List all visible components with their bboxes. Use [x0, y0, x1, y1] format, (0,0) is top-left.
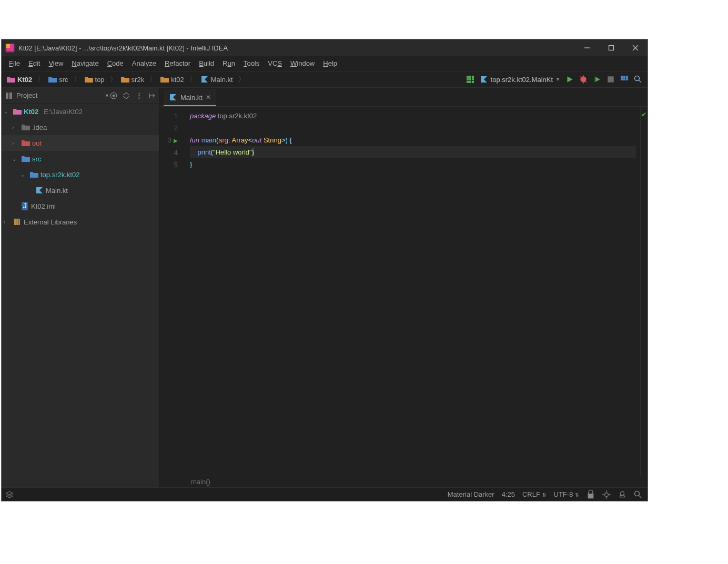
folder-source-icon — [22, 155, 30, 163]
code-content[interactable]: package top.sr2k.kt02 fun main(arg: Arra… — [186, 107, 640, 476]
menu-navigate[interactable]: Navigate — [67, 56, 103, 71]
svg-rect-15 — [472, 81, 474, 83]
svg-rect-20 — [608, 76, 613, 82]
tree-label: Kt02.iml — [31, 202, 56, 210]
tree-node-out[interactable]: › out — [2, 135, 159, 151]
close-button[interactable] — [623, 39, 648, 56]
grid-icon[interactable] — [466, 75, 474, 84]
run-icon[interactable] — [565, 75, 574, 84]
tree-node-idea[interactable]: › .idea — [2, 119, 159, 135]
svg-rect-23 — [626, 76, 628, 78]
menu-vcs[interactable]: VCS — [264, 56, 286, 71]
coverage-icon[interactable] — [593, 75, 601, 84]
tree-node-iml[interactable]: J Kt02.iml — [2, 198, 159, 214]
svg-rect-25 — [623, 78, 625, 80]
menu-help[interactable]: Help — [319, 56, 341, 71]
stop-icon[interactable] — [606, 75, 615, 84]
layers-icon[interactable] — [5, 490, 14, 499]
svg-rect-33 — [14, 219, 16, 225]
breadcrumbs: Kt02 〉 src 〉 top 〉 sr2k 〉 kt02 〉 — [5, 75, 466, 84]
tree-node-package[interactable]: ⌄ top.sr2k.kt02 — [2, 167, 159, 182]
folder-excluded-icon — [22, 139, 30, 147]
target-icon[interactable] — [109, 91, 118, 100]
run-config-selector[interactable]: top.sr2k.kt02.MainKt ▼ — [480, 75, 560, 84]
kotlin-file-icon — [35, 186, 44, 194]
chevron-down-icon: ⌄ — [12, 156, 19, 162]
status-encoding[interactable]: UTF-8 ⇅ — [554, 490, 579, 498]
svg-rect-35 — [18, 219, 20, 225]
crumb-kt02[interactable]: kt02 〉 — [158, 75, 198, 84]
crumb-label: Main.kt — [211, 76, 233, 84]
library-icon — [13, 218, 22, 226]
svg-rect-9 — [472, 76, 474, 78]
menu-window[interactable]: Window — [286, 56, 319, 71]
crumb-src[interactable]: src 〉 — [46, 75, 82, 84]
folder-icon — [22, 123, 30, 131]
folder-module-icon — [13, 107, 22, 116]
chevron-right-icon: › — [4, 219, 11, 225]
editor-tab[interactable]: Main.kt ✕ — [164, 89, 216, 106]
tree-label: src — [32, 155, 41, 163]
lock-icon[interactable] — [587, 490, 595, 499]
editor-breadcrumb[interactable]: main() — [159, 476, 648, 487]
run-gutter-icon[interactable]: ▶ — [174, 135, 178, 147]
status-theme[interactable]: Material Darker — [448, 490, 494, 498]
menu-build[interactable]: Build — [195, 56, 218, 71]
close-tab-icon[interactable]: ✕ — [206, 94, 211, 101]
maximize-button[interactable] — [599, 39, 623, 56]
toolbar-right: top.sr2k.kt02.MainKt ▼ — [466, 75, 644, 84]
menu-refactor[interactable]: Refactor — [160, 56, 195, 71]
menu-analyze[interactable]: Analyze — [128, 56, 160, 71]
code-editor[interactable]: 1 2 3▶ 4 5 package top.sr2k.kt02 fun mai… — [159, 107, 648, 476]
svg-rect-26 — [626, 78, 628, 80]
status-cursor-position[interactable]: 4:25 — [502, 490, 515, 498]
tab-label: Main.kt — [180, 94, 203, 101]
crumb-project[interactable]: Kt02 〉 — [5, 75, 46, 84]
svg-rect-11 — [469, 78, 471, 80]
menu-edit[interactable]: Edit — [24, 56, 44, 71]
folder-package-icon — [85, 75, 93, 84]
kotlin-file-icon — [169, 93, 177, 101]
crumb-top[interactable]: top 〉 — [83, 75, 119, 84]
layout-icon[interactable] — [620, 75, 629, 84]
debug-icon[interactable] — [579, 75, 588, 84]
notifications-icon[interactable] — [618, 490, 626, 499]
collapse-icon[interactable] — [122, 91, 130, 100]
options-icon[interactable]: ⋮ — [135, 91, 143, 100]
status-eol[interactable]: CRLF ⇅ — [522, 490, 547, 498]
menu-tools[interactable]: Tools — [239, 56, 264, 71]
crumb-label: Kt02 — [17, 76, 32, 84]
search-icon[interactable] — [634, 75, 642, 84]
svg-rect-22 — [623, 76, 625, 78]
chevron-right-icon: › — [12, 125, 19, 130]
zoom-icon[interactable] — [634, 490, 642, 499]
menu-code[interactable]: Code — [103, 56, 128, 71]
crumb-label: sr2k — [132, 76, 145, 84]
tree-node-src[interactable]: ⌄ src — [2, 151, 159, 167]
crumb-sr2k[interactable]: sr2k 〉 — [119, 75, 159, 84]
project-tool-window: Project ▼ ⋮ ⌄ Kt02 E:\Java\Kt02 — [2, 88, 159, 487]
project-tree[interactable]: ⌄ Kt02 E:\Java\Kt02 › .idea › out ⌄ — [2, 104, 159, 487]
svg-rect-7 — [467, 76, 469, 78]
kotlin-file-icon — [200, 75, 209, 84]
line-number: 4 — [159, 147, 178, 159]
menu-run[interactable]: Run — [218, 56, 239, 71]
tree-node-root[interactable]: ⌄ Kt02 E:\Java\Kt02 — [2, 104, 159, 119]
editor-tabs: Main.kt ✕ — [159, 88, 648, 107]
inspection-gutter: ✔ — [640, 107, 648, 476]
menu-file[interactable]: File — [5, 56, 24, 71]
hide-icon[interactable] — [147, 91, 156, 100]
svg-rect-14 — [469, 81, 471, 83]
tree-node-file[interactable]: Main.kt — [2, 182, 159, 198]
project-header: Project ▼ ⋮ — [2, 88, 159, 104]
run-config-label: top.sr2k.kt02.MainKt — [491, 76, 553, 84]
menu-view[interactable]: View — [44, 56, 67, 71]
crumb-file[interactable]: Main.kt 〉 — [198, 75, 247, 84]
svg-point-42 — [621, 491, 624, 495]
tree-node-extlib[interactable]: › External Libraries — [2, 214, 159, 230]
settings-icon[interactable] — [602, 490, 611, 499]
ide-window: Kt02 [E:\Java\Kt02] - ...\src\top\sr2k\k… — [1, 39, 648, 501]
svg-point-37 — [605, 493, 609, 496]
tree-label: Kt02 — [24, 108, 38, 116]
minimize-button[interactable] — [575, 39, 599, 56]
